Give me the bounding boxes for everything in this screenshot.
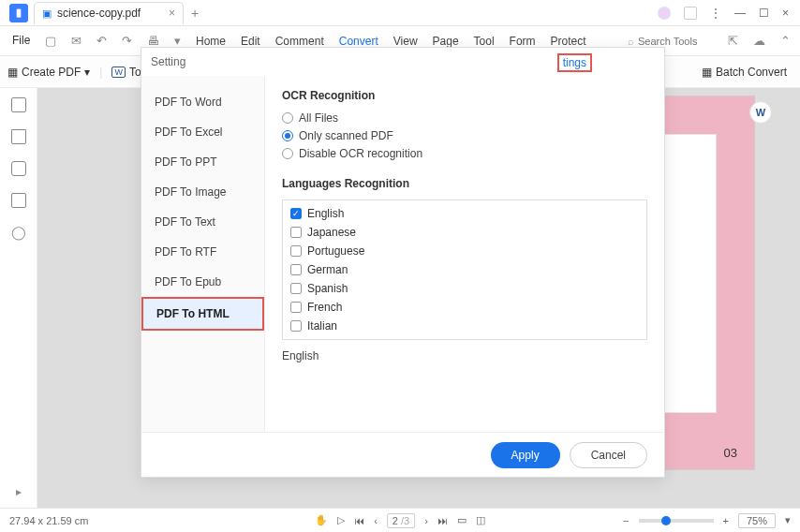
menu-tool[interactable]: Tool	[474, 35, 495, 48]
mail-icon[interactable]: ✉	[71, 34, 81, 48]
nav-pdf-to-word[interactable]: PDF To Word	[141, 87, 264, 117]
dropdown-icon[interactable]: ▾	[174, 34, 181, 48]
search-tools[interactable]: ⌕	[628, 36, 713, 47]
batch-icon: ▦	[702, 66, 712, 79]
attachment-icon[interactable]	[11, 193, 26, 208]
undo-icon[interactable]: ↶	[96, 34, 107, 48]
word-float-badge[interactable]: W	[749, 101, 772, 124]
collapse-icon[interactable]: ⌃	[780, 34, 791, 48]
lang-portuguese[interactable]: Portuguese	[290, 242, 639, 260]
menu-protect[interactable]: Protect	[551, 35, 586, 48]
lang-italian[interactable]: Italian	[290, 317, 639, 335]
ocr-opt-disable[interactable]: Disable OCR recognition	[282, 147, 647, 160]
zoom-in-icon[interactable]: +	[723, 515, 729, 526]
print-icon[interactable]: 🖶	[147, 34, 159, 48]
search-icon: ⌕	[628, 36, 634, 47]
settings-button-fragment[interactable]: tings	[557, 53, 592, 72]
settings-dialog: Setting PDF To Word PDF To Excel PDF To …	[141, 47, 665, 478]
lang-section-title: Languages Recognition	[282, 177, 647, 190]
next-page-icon[interactable]: ›	[424, 515, 428, 526]
menu-edit[interactable]: Edit	[241, 35, 260, 48]
search-input[interactable]	[638, 36, 713, 47]
ocr-opt-only-scanned[interactable]: Only scanned PDF	[282, 129, 647, 142]
zoom-value[interactable]: 75%	[738, 513, 776, 528]
ocr-opt-label: Only scanned PDF	[299, 129, 393, 142]
lang-german[interactable]: German	[290, 260, 639, 279]
expand-rail-icon[interactable]: ▸	[16, 485, 22, 498]
select-tool-icon[interactable]: ▷	[337, 514, 345, 526]
lang-label: Italian	[307, 319, 337, 332]
search-panel-icon[interactable]: ◯	[11, 225, 26, 240]
page-navigation: ✋ ▷ ⏮ ‹ 2 /3 › ⏭ ▭ ◫	[315, 513, 485, 528]
dialog-main: OCR Recognition All Files Only scanned P…	[265, 76, 664, 432]
fit-page-icon[interactable]: ◫	[476, 514, 485, 526]
create-pdf-icon: ▦	[7, 66, 18, 79]
batch-convert-button[interactable]: ▦ Batch Convert	[702, 66, 787, 79]
brand-square-icon	[684, 7, 697, 20]
share-icon[interactable]: ⇱	[728, 34, 738, 48]
document-tab[interactable]: ▣ science-copy.pdf ×	[34, 2, 184, 24]
more-menu-icon[interactable]: ⋮	[710, 7, 721, 20]
checkbox-icon	[290, 264, 302, 275]
lang-spanish[interactable]: Spanish	[290, 279, 639, 298]
checkbox-icon	[290, 339, 302, 340]
lang-chinese-traditional[interactable]: Chinese_Traditional	[290, 335, 639, 340]
menu-file[interactable]: File	[12, 34, 30, 47]
lang-english[interactable]: ✓English	[290, 204, 639, 223]
lang-french[interactable]: French	[290, 298, 639, 317]
tab-title: science-copy.pdf	[57, 7, 141, 20]
nav-pdf-to-html[interactable]: PDF To HTML	[141, 297, 264, 331]
last-page-icon[interactable]: ⏭	[437, 515, 448, 526]
apply-button[interactable]: Apply	[491, 442, 560, 468]
radio-icon	[282, 130, 293, 141]
minimize-icon[interactable]: —	[734, 7, 746, 20]
bookmark-icon[interactable]	[11, 129, 26, 144]
nav-pdf-to-rtf[interactable]: PDF To RTF	[141, 237, 264, 267]
nav-pdf-to-ppt[interactable]: PDF To PPT	[141, 147, 264, 177]
lang-japanese[interactable]: Japanese	[290, 223, 639, 242]
nav-pdf-to-image[interactable]: PDF To Image	[141, 177, 264, 207]
prev-page-icon[interactable]: ‹	[374, 515, 378, 526]
close-tab-icon[interactable]: ×	[169, 7, 175, 20]
comment-panel-icon[interactable]	[11, 161, 26, 176]
lang-label: English	[307, 207, 344, 220]
menu-comment[interactable]: Comment	[275, 35, 324, 48]
open-icon[interactable]: ▢	[45, 34, 56, 48]
window-controls: ⋮ — ☐ ×	[658, 7, 800, 20]
page-total: /3	[401, 515, 409, 526]
menu-page[interactable]: Page	[433, 35, 459, 48]
menu-form[interactable]: Form	[510, 35, 536, 48]
menu-view[interactable]: View	[393, 35, 418, 48]
nav-pdf-to-epub[interactable]: PDF To Epub	[141, 267, 264, 297]
cloud-icon[interactable]: ☁	[753, 34, 765, 48]
new-tab-button[interactable]: +	[191, 6, 199, 21]
menu-convert[interactable]: Convert	[339, 35, 378, 48]
close-window-icon[interactable]: ×	[782, 7, 789, 20]
redo-icon[interactable]: ↷	[122, 34, 132, 48]
nav-pdf-to-text[interactable]: PDF To Text	[141, 207, 264, 237]
maximize-icon[interactable]: ☐	[759, 7, 769, 20]
fit-width-icon[interactable]: ▭	[457, 514, 467, 526]
language-listbox[interactable]: ✓English Japanese Portuguese German Span…	[282, 200, 647, 340]
hand-tool-icon[interactable]: ✋	[315, 514, 328, 526]
ocr-opt-label: Disable OCR recognition	[299, 147, 422, 160]
zoom-slider[interactable]	[639, 519, 714, 523]
create-pdf-button[interactable]: ▦ Create PDF ▾	[7, 66, 90, 79]
left-rail: ◯ ▸	[0, 88, 37, 508]
zoom-dropdown-icon[interactable]: ▾	[785, 514, 791, 526]
checkbox-icon	[290, 283, 302, 294]
cancel-button[interactable]: Cancel	[570, 442, 647, 468]
thumbnails-icon[interactable]	[11, 97, 26, 112]
lang-label: German	[307, 263, 348, 276]
radio-icon	[282, 148, 293, 159]
checkbox-icon	[290, 245, 302, 257]
first-page-icon[interactable]: ⏮	[354, 515, 364, 526]
page-input[interactable]: 2 /3	[387, 513, 415, 528]
menu-home[interactable]: Home	[196, 35, 226, 48]
checkbox-icon	[290, 227, 302, 238]
lang-label: Portuguese	[307, 244, 364, 258]
dialog-footer: Apply Cancel	[141, 432, 664, 477]
zoom-out-icon[interactable]: −	[623, 515, 629, 526]
nav-pdf-to-excel[interactable]: PDF To Excel	[141, 117, 264, 147]
ocr-opt-all-files[interactable]: All Files	[282, 111, 647, 125]
